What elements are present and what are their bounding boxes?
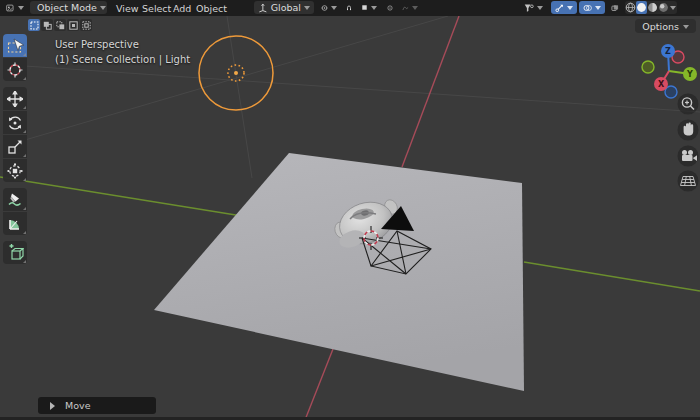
menu-object[interactable]: Object	[193, 1, 230, 15]
mode-selector[interactable]: Object Mode	[30, 1, 107, 14]
object-type-visibility-icon	[523, 2, 534, 14]
tool-select-box[interactable]	[3, 34, 27, 57]
move-tool-icon	[7, 91, 23, 107]
snap-target-dropdown[interactable]	[357, 1, 381, 14]
cursor-tool-icon	[7, 62, 23, 78]
show-overlays-toggle[interactable]	[579, 1, 605, 14]
camera-view-icon[interactable]	[678, 146, 699, 167]
tool-move[interactable]	[3, 87, 27, 110]
orientation-label: Global	[271, 1, 301, 14]
menu-add[interactable]: Add	[170, 1, 194, 15]
toolbar	[3, 34, 27, 265]
toggle-xray-icon	[611, 2, 619, 14]
proportional-editing-toggle[interactable]	[383, 1, 397, 14]
show-gizmo-icon	[555, 2, 564, 14]
pivot-point-icon	[321, 2, 328, 14]
shading-rendered-button[interactable]	[658, 1, 669, 14]
tool-rotate[interactable]	[3, 111, 27, 134]
solid-shading-icon	[636, 2, 647, 13]
snap-target-icon	[361, 2, 368, 13]
pivot-point-dropdown[interactable]	[317, 1, 341, 14]
tool-measure[interactable]	[3, 212, 27, 235]
zoom-icon[interactable]	[678, 94, 699, 115]
options-dropdown[interactable]: Options	[635, 19, 696, 33]
select-mode-intersect[interactable]	[80, 19, 92, 31]
perspective-grid-icon[interactable]	[678, 171, 699, 192]
snap-magnet-icon	[346, 2, 352, 14]
toggle-xray-button[interactable]	[607, 1, 623, 14]
navigation-gizmo-layer: Z Y X	[0, 0, 700, 420]
select-box-icon	[7, 38, 24, 54]
wireframe-icon	[625, 2, 636, 13]
proportional-editing-icon	[387, 2, 393, 14]
select-mode-new[interactable]	[28, 19, 40, 31]
mode-label: Object Mode	[37, 1, 97, 14]
select-mode-subtract[interactable]	[54, 19, 66, 31]
proportional-falloff-icon	[402, 2, 409, 14]
select-mode-invert[interactable]	[67, 19, 79, 31]
measure-tool-icon	[7, 216, 23, 232]
viewport-header: Object Mode View Select Add Object Globa…	[0, 0, 700, 16]
tool-add-cube[interactable]	[3, 241, 27, 264]
transform-orientation-icon	[258, 2, 268, 13]
add-cube-icon	[7, 244, 24, 261]
options-label: Options	[642, 20, 679, 33]
pan-hand-icon[interactable]	[678, 120, 699, 141]
show-overlays-icon	[583, 2, 592, 14]
transform-orientation-dropdown[interactable]: Global	[254, 1, 314, 14]
blender-window: { "header": { "editor_icon": "editor-typ…	[0, 0, 700, 420]
tool-scale[interactable]	[3, 135, 27, 158]
select-mode-extend[interactable]	[41, 19, 53, 31]
rendered-shading-icon	[658, 2, 669, 13]
shading-wireframe-button[interactable]	[625, 1, 636, 14]
axis-z-label: Z	[665, 47, 671, 56]
axis-y-label: Y	[686, 70, 693, 79]
shading-solid-button[interactable]	[636, 1, 647, 14]
editor-type-button[interactable]	[2, 1, 28, 14]
axis-minus-y-ball[interactable]	[642, 61, 654, 73]
axis-x-label: X	[658, 80, 665, 89]
annotate-pen-icon	[7, 192, 23, 208]
tool-transform[interactable]	[3, 159, 27, 182]
menu-view[interactable]: View	[113, 1, 142, 15]
shading-mode-group	[625, 1, 677, 14]
material-preview-icon	[647, 2, 658, 13]
tool-cursor[interactable]	[3, 58, 27, 81]
select-mode-group	[28, 19, 92, 31]
proportional-falloff-dropdown[interactable]	[398, 1, 422, 14]
tool-annotate[interactable]	[3, 188, 27, 211]
show-gizmo-toggle[interactable]	[551, 1, 577, 14]
shading-material-button[interactable]	[647, 1, 658, 14]
rotate-tool-icon	[7, 115, 23, 131]
object-type-visibility-dropdown[interactable]	[519, 1, 547, 14]
orbit-gizmo[interactable]: Z Y X	[642, 44, 697, 98]
editor-type-3d-viewport-icon	[6, 2, 15, 14]
snap-toggle[interactable]	[342, 1, 356, 14]
transform-tool-icon	[7, 163, 23, 179]
scale-tool-icon	[7, 139, 23, 155]
